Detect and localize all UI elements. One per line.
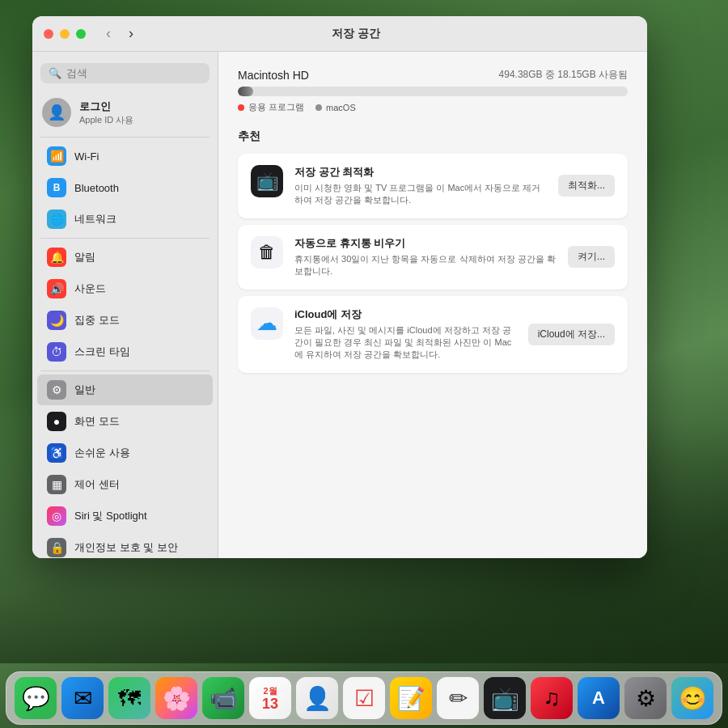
dock-finder[interactable]: 😊: [671, 677, 713, 719]
trash-content: 자동으로 휴지통 비우기 휴지통에서 30일이 지난 항목을 자동으로 삭제하여…: [294, 236, 557, 278]
user-section[interactable]: 👤 로그인 Apple ID 사용: [32, 91, 218, 133]
storage-fill: [238, 87, 253, 96]
close-button[interactable]: [44, 29, 53, 39]
calendar-date-label: 13: [249, 696, 291, 713]
dock-appstore[interactable]: A: [578, 677, 620, 719]
main-content: Macintosh HD 494.38GB 중 18.15GB 사용됨 응용 프…: [218, 52, 647, 558]
network-icon: 🌐: [47, 210, 66, 229]
legend-label-apps: 응용 프로그램: [248, 101, 304, 113]
sidebar-item-general[interactable]: ⚙ 일반: [37, 375, 213, 405]
sidebar-item-accessibility[interactable]: ♿ 손쉬운 사용: [37, 438, 213, 468]
legend-macos: macOS: [315, 101, 356, 113]
titlebar-nav: ‹ ›: [99, 24, 141, 44]
sidebar-item-focus[interactable]: 🌙 집중 모드: [37, 305, 213, 336]
optimize-icon: 📺: [251, 165, 283, 197]
sidebar-label-privacy: 개인정보 보호 및 보안: [74, 540, 178, 555]
icloud-desc: 모든 파일, 사진 및 메시지를 iCloud에 저장하고 저장 공간이 필요한…: [294, 324, 517, 362]
optimize-title: 저장 공간 최적화: [294, 165, 547, 180]
sidebar-item-control[interactable]: ▦ 제어 센터: [37, 469, 213, 500]
maximize-button[interactable]: [76, 29, 86, 39]
icloud-title: iCloud에 저장: [294, 307, 517, 322]
window-body: 🔍 👤 로그인 Apple ID 사용 📶 Wi-Fi B Bluetooth: [32, 52, 647, 558]
sidebar-label-screen-time: 스크린 타임: [74, 345, 130, 359]
sidebar-label-siri: Siri 및 Spotlight: [74, 509, 147, 523]
user-info: 로그인 Apple ID 사용: [79, 99, 133, 126]
sidebar-label-appearance: 화면 모드: [74, 414, 120, 429]
dock-reminders[interactable]: ☑: [343, 677, 385, 719]
notification-icon: 🔔: [47, 248, 66, 267]
trash-icon: 🗑: [251, 236, 283, 269]
general-icon: ⚙: [47, 380, 66, 400]
search-icon: 🔍: [49, 67, 61, 79]
legend-label-macos: macOS: [326, 103, 356, 112]
storage-info: Macintosh HD 494.38GB 중 18.15GB 사용됨: [238, 68, 628, 82]
titlebar: ‹ › 저장 공간: [32, 16, 647, 52]
sidebar-item-screen-time[interactable]: ⏱ 스크린 타임: [37, 336, 213, 367]
dock-facetime[interactable]: 📹: [202, 677, 244, 719]
dock-appletv[interactable]: 📺: [484, 677, 526, 719]
sidebar-item-network[interactable]: 🌐 네트워크: [37, 204, 213, 235]
section-title: 추천: [238, 129, 628, 144]
optimize-desc: 이미 시청한 영화 및 TV 프로그램을 이 Mac에서 자동으로 제거하여 저…: [294, 182, 547, 207]
dock-contacts[interactable]: 👤: [296, 677, 338, 719]
optimize-content: 저장 공간 최적화 이미 시청한 영화 및 TV 프로그램을 이 Mac에서 자…: [294, 165, 547, 207]
optimize-button[interactable]: 최적화...: [558, 175, 615, 197]
icloud-card: ☁ iCloud에 저장 모든 파일, 사진 및 메시지를 iCloud에 저장…: [238, 296, 628, 373]
dock-freeform[interactable]: ✏: [437, 677, 479, 719]
trash-button[interactable]: 켜기...: [568, 246, 615, 268]
dock-notes[interactable]: 📝: [390, 677, 432, 719]
trash-title: 자동으로 휴지통 비우기: [294, 236, 557, 251]
trash-desc: 휴지통에서 30일이 지난 항목을 자동으로 삭제하여 저장 공간을 확보합니다…: [294, 253, 557, 278]
sidebar: 🔍 👤 로그인 Apple ID 사용 📶 Wi-Fi B Bluetooth: [32, 52, 218, 558]
sidebar-item-siri[interactable]: ◎ Siri 및 Spotlight: [37, 501, 213, 531]
icloud-content: iCloud에 저장 모든 파일, 사진 및 메시지를 iCloud에 저장하고…: [294, 307, 517, 362]
dock-messages[interactable]: 💬: [15, 677, 57, 719]
window-title: 저장 공간: [141, 27, 571, 41]
focus-icon: 🌙: [47, 311, 66, 330]
sidebar-label-notification: 알림: [74, 250, 95, 265]
sidebar-label-general: 일반: [74, 383, 95, 397]
dock-systemprefs[interactable]: ⚙: [624, 677, 667, 719]
sidebar-divider-2: [40, 238, 210, 239]
minimize-button[interactable]: [60, 29, 70, 39]
user-subtitle: Apple ID 사용: [79, 114, 133, 126]
legend-dot-apps: [238, 104, 244, 111]
wifi-icon: 📶: [47, 146, 66, 166]
sidebar-item-wifi[interactable]: 📶 Wi-Fi: [37, 141, 213, 171]
search-bar[interactable]: 🔍: [40, 63, 210, 83]
sidebar-item-privacy[interactable]: 🔒 개인정보 보호 및 보안: [37, 532, 213, 558]
dock-music[interactable]: ♫: [531, 677, 573, 719]
dock: 💬 ✉ 🗺 🌸 📹 2월 13 👤 ☑ 📝 ✏ 📺 ♫ A ⚙ 😊: [6, 671, 722, 725]
sidebar-label-control: 제어 센터: [74, 477, 120, 492]
sidebar-label-accessibility: 손쉬운 사용: [74, 446, 130, 460]
avatar: 👤: [42, 98, 71, 127]
search-input[interactable]: [66, 67, 201, 79]
icloud-icon: ☁: [251, 307, 283, 340]
trash-card: 🗑 자동으로 휴지통 비우기 휴지통에서 30일이 지난 항목을 자동으로 삭제…: [238, 225, 628, 290]
dock-mail[interactable]: ✉: [61, 677, 104, 719]
dock-photos[interactable]: 🌸: [155, 677, 197, 719]
user-name: 로그인: [79, 99, 133, 114]
privacy-icon: 🔒: [47, 538, 66, 557]
traffic-lights: [44, 29, 86, 39]
forward-button[interactable]: ›: [121, 24, 141, 44]
storage-bar: [238, 87, 628, 96]
sidebar-label-bluetooth: Bluetooth: [74, 182, 119, 194]
dock-calendar[interactable]: 2월 13: [249, 677, 291, 719]
sidebar-item-bluetooth[interactable]: B Bluetooth: [37, 172, 213, 203]
storage-drive-name: Macintosh HD: [238, 69, 309, 82]
storage-used-text: 494.38GB 중 18.15GB 사용됨: [499, 68, 628, 82]
bluetooth-icon: B: [47, 178, 66, 197]
sidebar-item-notification[interactable]: 🔔 알림: [37, 242, 213, 273]
sidebar-item-appearance[interactable]: ● 화면 모드: [37, 406, 213, 437]
sound-icon: 🔊: [47, 279, 66, 298]
optimize-card: 📺 저장 공간 최적화 이미 시청한 영화 및 TV 프로그램을 이 Mac에서…: [238, 154, 628, 218]
dock-maps[interactable]: 🗺: [108, 677, 150, 719]
sidebar-divider-3: [40, 370, 210, 371]
screen-time-icon: ⏱: [47, 342, 66, 362]
storage-legend: 응용 프로그램 macOS: [238, 101, 628, 113]
legend-apps: 응용 프로그램: [238, 101, 304, 113]
back-button[interactable]: ‹: [99, 24, 118, 44]
sidebar-item-sound[interactable]: 🔊 사운드: [37, 273, 213, 304]
icloud-button[interactable]: iCloud에 저장...: [528, 324, 615, 345]
